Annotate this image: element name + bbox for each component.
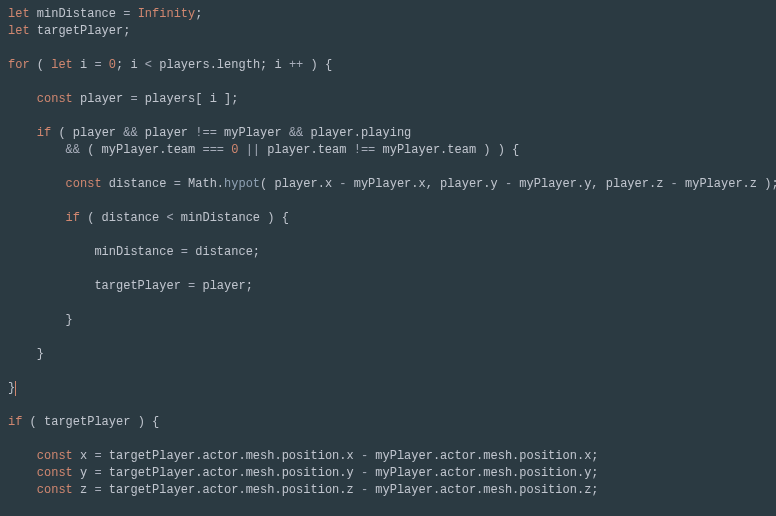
code-line[interactable]	[8, 329, 776, 346]
code-line[interactable]: let minDistance = Infinity;	[8, 6, 776, 23]
code-line[interactable]	[8, 363, 776, 380]
code-line[interactable]	[8, 295, 776, 312]
code-line[interactable]: if ( distance < minDistance ) {	[8, 210, 776, 227]
code-line[interactable]: && ( myPlayer.team === 0 || player.team …	[8, 142, 776, 159]
code-editor[interactable]: let minDistance = Infinity;let targetPla…	[0, 0, 776, 516]
code-line[interactable]: targetPlayer = player;	[8, 278, 776, 295]
code-line[interactable]	[8, 397, 776, 414]
code-line[interactable]: }	[8, 312, 776, 329]
code-line[interactable]	[8, 159, 776, 176]
code-line[interactable]: const x = targetPlayer.actor.mesh.positi…	[8, 448, 776, 465]
code-line[interactable]: for ( let i = 0; i < players.length; i +…	[8, 57, 776, 74]
code-line[interactable]: const z = targetPlayer.actor.mesh.positi…	[8, 482, 776, 499]
code-line[interactable]	[8, 431, 776, 448]
text-cursor	[15, 381, 17, 396]
code-line[interactable]: }	[8, 346, 776, 363]
code-line[interactable]: const player = players[ i ];	[8, 91, 776, 108]
code-line[interactable]: const y = targetPlayer.actor.mesh.positi…	[8, 465, 776, 482]
code-line[interactable]	[8, 74, 776, 91]
code-line[interactable]	[8, 40, 776, 57]
code-line[interactable]: minDistance = distance;	[8, 244, 776, 261]
code-line[interactable]	[8, 193, 776, 210]
code-line[interactable]: const distance = Math.hypot( player.x - …	[8, 176, 776, 193]
code-line[interactable]	[8, 261, 776, 278]
code-line[interactable]	[8, 499, 776, 516]
code-line[interactable]	[8, 108, 776, 125]
code-line[interactable]: let targetPlayer;	[8, 23, 776, 40]
code-line[interactable]: if ( targetPlayer ) {	[8, 414, 776, 431]
code-line[interactable]: }	[8, 380, 776, 397]
code-line[interactable]: if ( player && player !== myPlayer && pl…	[8, 125, 776, 142]
code-line[interactable]	[8, 227, 776, 244]
